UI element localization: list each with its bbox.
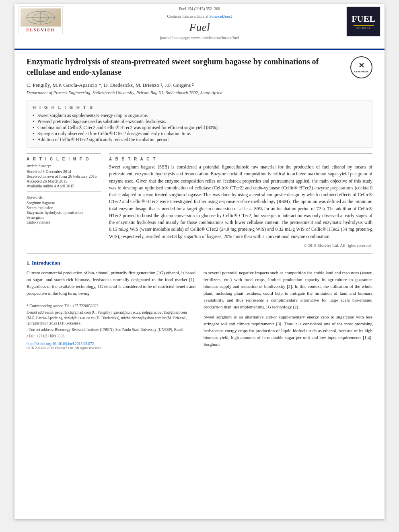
keyword-5: Endo-xylanase [27, 220, 101, 224]
journal-name-display: Fuel [189, 21, 210, 34]
keyword-3: Enzymatic hydrolysis optimisation [27, 210, 101, 215]
footnote-corresponding: * Corresponding author. Tel.: +27 722665… [27, 304, 195, 309]
article-content: Enzymatic hydrolysis of steam-pretreated… [14, 50, 385, 359]
crossmark-icon: ✕ [358, 61, 364, 70]
journal-header: Fuel 154 (2015) 352–360 ELSEVIER [14, 4, 385, 49]
highlights-section: H I G H L I G H T S Sweet sorghum as sup… [27, 101, 372, 148]
article-info-column: A R T I C L E I N F O Article history: R… [27, 153, 101, 248]
article-info-section: A R T I C L E I N F O Article history: R… [27, 153, 101, 224]
elsevier-logo-area: ELSEVIER [19, 6, 63, 34]
doi-link[interactable]: http://dx.doi.org/10.1016/j.fuel.2015.03… [27, 342, 195, 346]
highlight-item-4: Synergism only observed at low Cellic® C… [33, 131, 366, 136]
footnote-1: ¹ Current address: Bioenergy Research In… [27, 327, 195, 333]
highlight-item-3: Combination of Cellic® CTec2 and Cellic®… [33, 125, 366, 130]
elsevier-text: ELSEVIER [21, 27, 61, 32]
keyword-2: Steam explosion [27, 205, 101, 210]
info-divider [27, 191, 101, 192]
email-label: E-mail addresses: [27, 310, 54, 314]
fuel-logo-area: FUEL JOURNAL [346, 6, 380, 37]
keyword-4: Synergism [27, 215, 101, 220]
affiliation: Department of Process Engineering, Stell… [27, 90, 372, 95]
abstract-text: Sweet sorghum bagasse (SSB) is considere… [109, 164, 372, 240]
article-title-text: Enzymatic hydrolysis of steam-pretreated… [27, 57, 319, 76]
revised-date: Received in revised form 26 February 201… [27, 174, 101, 179]
crossmark-label: CrossMark [354, 70, 369, 74]
history-label: Article history: [27, 164, 101, 168]
fuel-logo-box: FUEL JOURNAL [346, 6, 380, 37]
page: Fuel 154 (2015) 352–360 ELSEVIER [14, 4, 385, 519]
section-number: 1. [27, 260, 31, 266]
intro-right-para1: to several potential negative impacts su… [204, 269, 372, 310]
contents-available: Contents lists available at ScienceDirec… [167, 14, 232, 18]
keywords-label: Keywords: [27, 195, 101, 199]
authors: C. Pengilly, M.P. García-Aparicio *, D. … [27, 82, 372, 88]
info-abstract-columns: A R T I C L E I N F O Article history: R… [27, 153, 372, 248]
section-title-text: Introduction [32, 260, 60, 266]
intro-left-column: Current commercial production of bio-eth… [27, 269, 195, 351]
homepage-label: journal homepage: www.elsevier.com/locat… [160, 35, 239, 40]
abstract-section: A B S T R A C T Sweet sorghum bagasse (S… [109, 153, 372, 248]
article-title-block: Enzymatic hydrolysis of steam-pretreated… [27, 56, 372, 77]
introduction-columns: Current commercial production of bio-eth… [27, 269, 372, 351]
doi-area: http://dx.doi.org/10.1016/j.fuel.2015.03… [27, 342, 195, 350]
header-center: Contents lists available at ScienceDirec… [19, 12, 380, 41]
accepted-date: Accepted 26 March 2015 [27, 179, 101, 183]
header-top-row: ELSEVIER Contents lists available at Sci… [19, 12, 380, 47]
footnote-2: ² Tel.: +27 021 808 3503. [27, 334, 195, 339]
highlight-item-1: Sweet sorghum as supplementary energy cr… [33, 113, 366, 118]
intro-right-column: to several potential negative impacts su… [204, 269, 372, 351]
contents-label: Contents lists available at [167, 14, 208, 18]
highlights-heading: H I G H L I G H T S [33, 105, 366, 110]
footnotes-area: * Corresponding author. Tel.: +27 722665… [27, 301, 195, 339]
elsevier-image [21, 8, 61, 27]
journal-reference: Fuel 154 (2015) 352–360 [19, 6, 380, 11]
fuel-logo-text: FUEL [352, 14, 375, 24]
available-date: Available online 4 April 2015 [27, 184, 101, 188]
issn-text: 0016-2361/© 2015 Elsevier Ltd. All right… [27, 346, 195, 350]
abstract-heading: A B S T R A C T [109, 157, 372, 161]
article-info-heading: A R T I C L E I N F O [27, 157, 101, 161]
elsevier-logo-box: ELSEVIER [19, 6, 63, 34]
introduction-section: 1. Introduction Current commercial produ… [27, 253, 372, 351]
highlight-item-2: Pressed-pretreated bagasse used as subst… [33, 119, 366, 124]
highlight-item-5: Addition of Cellic® HTec2 significantly … [33, 137, 366, 142]
section-title: 1. Introduction [27, 260, 372, 266]
abstract-column: A B S T R A C T Sweet sorghum bagasse (S… [109, 153, 372, 248]
received-date: Received 3 December 2014 [27, 169, 101, 174]
crossmark-badge: ✕ CrossMark [350, 56, 372, 78]
sciencedirect-link[interactable]: ScienceDirect [209, 14, 232, 18]
intro-left-para1: Current commercial production of bio-eth… [27, 269, 195, 297]
copyright-line: © 2015 Elsevier Ltd. All rights reserved… [109, 243, 372, 248]
keyword-1: Sorghum bagasse [27, 201, 101, 205]
homepage-line: journal homepage: www.elsevier.com/locat… [160, 35, 239, 40]
intro-right-para2: Sweet sorghum is an alternative and/or s… [204, 314, 372, 348]
footnote-emails: E-mail addresses: pengilly.ct@gmail.com … [27, 310, 195, 326]
